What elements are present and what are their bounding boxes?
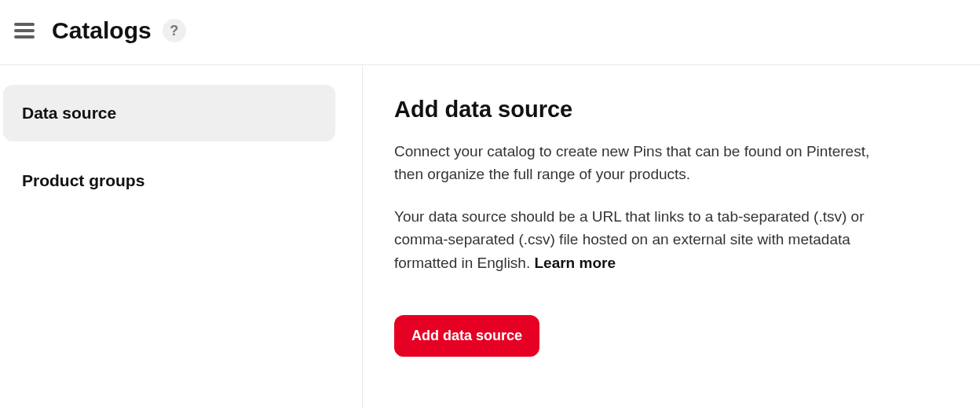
help-icon[interactable]: ? bbox=[163, 19, 186, 42]
sidebar-item-label: Product groups bbox=[22, 171, 144, 189]
hamburger-menu-icon[interactable] bbox=[14, 23, 35, 38]
page-title: Catalogs bbox=[52, 17, 152, 44]
main-content: Add data source Connect your catalog to … bbox=[363, 65, 928, 409]
sidebar-item-product-groups[interactable]: Product groups bbox=[3, 152, 335, 209]
details-text: Your data source should be a URL that li… bbox=[394, 208, 864, 271]
learn-more-link[interactable]: Learn more bbox=[534, 255, 615, 271]
main-heading: Add data source bbox=[394, 97, 897, 123]
sidebar: Data source Product groups bbox=[0, 65, 363, 409]
sidebar-item-label: Data source bbox=[22, 104, 116, 122]
intro-paragraph: Connect your catalog to create new Pins … bbox=[394, 140, 897, 186]
page-header: Catalogs ? bbox=[0, 0, 980, 65]
add-data-source-button[interactable]: Add data source bbox=[394, 315, 539, 357]
details-paragraph: Your data source should be a URL that li… bbox=[394, 205, 897, 274]
sidebar-item-data-source[interactable]: Data source bbox=[3, 85, 335, 141]
body-wrap: Data source Product groups Add data sour… bbox=[0, 65, 980, 409]
